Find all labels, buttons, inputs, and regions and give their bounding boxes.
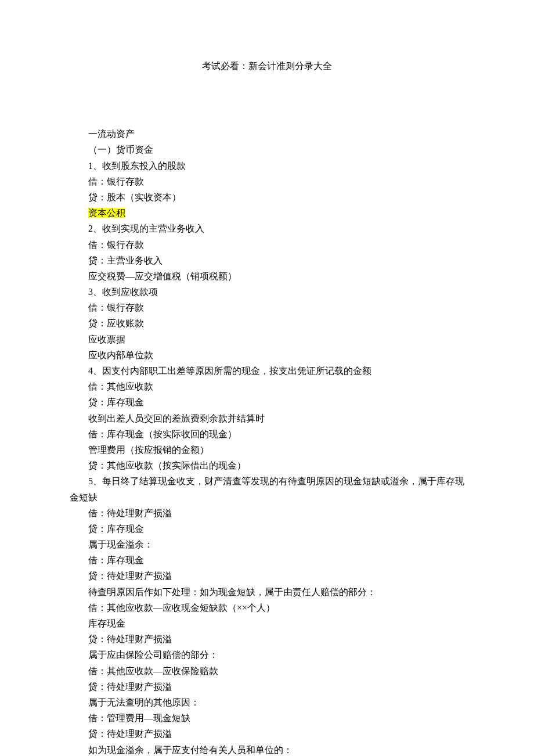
text-line: 4、因支付内部职工出差等原因所需的现金，按支出凭证所记载的金额 (70, 363, 464, 379)
text-line: 借：其他应收款 (70, 379, 464, 394)
text-line: 管理费用（按应报销的金额） (70, 442, 464, 458)
text-line: 借：库存现金（按实际收回的现金） (70, 426, 464, 442)
text-line: 贷：库存现金 (70, 521, 464, 537)
text-line: 3、收到应收款项 (70, 284, 464, 300)
text-line: 库存现金 (70, 615, 464, 631)
text-line: 2、收到实现的主营业务收入 (70, 221, 464, 236)
text-line: 借：库存现金 (70, 552, 464, 568)
text-line: 借：待处理财产损溢 (70, 505, 464, 521)
text-line: 5、每日终了结算现金收支，财产清查等发现的有待查明原因的现金短缺或溢余，属于库存… (70, 473, 464, 505)
text-line: 属于无法查明的其他原因： (70, 694, 464, 710)
text-line: 贷：待处理财产损溢 (70, 568, 464, 584)
highlighted-text: 资本公积 (88, 208, 125, 218)
document-content: 一流动资产（一）货币资金1、收到股东投入的股款借：银行存款贷：股本（实收资本）资… (70, 126, 464, 756)
text-line: 借：银行存款 (70, 300, 464, 315)
text-line: 贷：待处理财产损溢 (70, 679, 464, 694)
text-line: 一流动资产 (70, 126, 464, 142)
text-line: 借：其他应收款—应收现金短缺款（××个人） (70, 600, 464, 615)
text-line: 贷：待处理财产损溢 (70, 726, 464, 741)
text-line: 贷：待处理财产损溢 (70, 631, 464, 647)
text-line: 贷：其他应收款（按实际借出的现金） (70, 458, 464, 473)
text-line: 1、收到股东投入的股款 (70, 158, 464, 174)
text-line: 待查明原因后作如下处理：如为现金短缺，属于由责任人赔偿的部分： (70, 584, 464, 600)
text-line: 贷：股本（实收资本） (70, 189, 464, 205)
text-line: 应收票据 (70, 332, 464, 347)
text-line: 借：管理费用—现金短缺 (70, 710, 464, 726)
text-line: 应交税费—应交增值税（销项税额） (70, 268, 464, 284)
text-line: 借：银行存款 (70, 174, 464, 189)
text-line: 贷：主营业务收入 (70, 253, 464, 268)
text-line: 收到出差人员交回的差旅费剩余款并结算时 (70, 411, 464, 426)
text-line: 如为现金溢余，属于应支付给有关人员和单位的： (70, 742, 464, 757)
text-line: 借：银行存款 (70, 237, 464, 253)
text-line: 属于应由保险公司赔偿的部分： (70, 647, 464, 663)
text-line: 属于现金溢余： (70, 537, 464, 552)
document-title: 考试必看：新会计准则分录大全 (70, 58, 464, 74)
text-line: 资本公积 (70, 205, 464, 221)
text-line: 贷：应收账款 (70, 315, 464, 331)
text-line: （一）货币资金 (70, 142, 464, 157)
text-line: 贷：库存现金 (70, 394, 464, 410)
text-line: 应收内部单位款 (70, 347, 464, 363)
text-line: 借：其他应收款—应收保险赔款 (70, 663, 464, 679)
